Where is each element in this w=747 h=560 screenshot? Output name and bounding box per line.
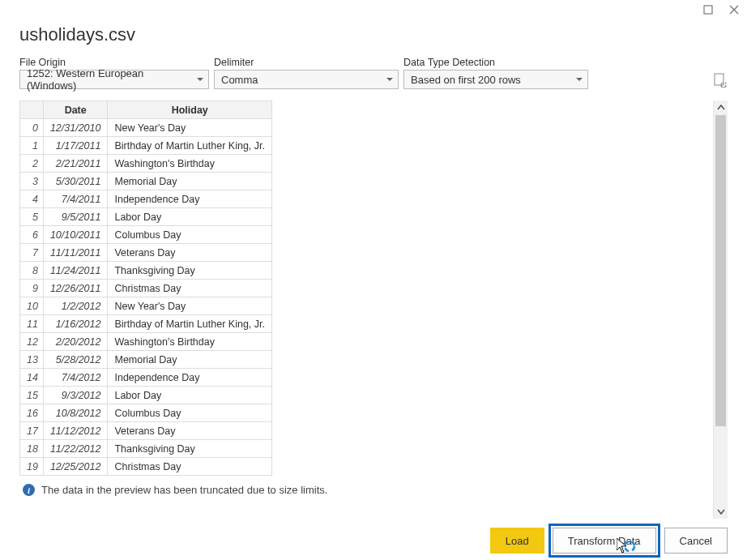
row-index: 9 — [20, 280, 44, 297]
file-origin-value: 1252: Western European (Windows) — [27, 67, 192, 92]
table-row[interactable]: 1610/8/2012Columbus Day — [20, 404, 272, 422]
row-index: 13 — [20, 351, 44, 369]
cell-date: 1/2/2012 — [43, 297, 108, 315]
table-row[interactable]: 111/16/2012Birthday of Martin Luther Kin… — [20, 315, 272, 333]
svg-rect-0 — [704, 6, 712, 14]
table-row[interactable]: 135/28/2012Memorial Day — [20, 351, 272, 369]
cell-date: 2/20/2012 — [43, 333, 108, 351]
row-index: 19 — [20, 458, 44, 476]
transform-data-label: Transform Data — [568, 535, 641, 547]
cell-holiday: Labor Day — [108, 208, 272, 226]
table-row[interactable]: 912/26/2011Christmas Day — [20, 280, 272, 297]
row-index: 16 — [20, 404, 44, 422]
transform-data-button[interactable]: Transform Data — [553, 528, 656, 554]
cell-date: 11/24/2011 — [43, 262, 108, 280]
page-title: usholidays.csv — [0, 19, 747, 57]
cell-date: 9/5/2011 — [43, 208, 108, 226]
refresh-icon[interactable] — [713, 73, 728, 88]
table-row[interactable]: 147/4/2012Independence Day — [20, 369, 272, 387]
row-index: 0 — [20, 119, 44, 137]
chevron-down-icon — [386, 78, 393, 81]
table-row[interactable]: 012/31/2010New Year's Day — [20, 119, 272, 137]
cell-holiday: Washington's Birthday — [108, 333, 272, 351]
cell-date: 5/28/2012 — [43, 351, 108, 369]
cell-date: 10/10/2011 — [43, 226, 108, 244]
table-row[interactable]: 1912/25/2012Christmas Day — [20, 458, 272, 476]
cell-date: 7/4/2011 — [43, 190, 108, 208]
cell-date: 1/16/2012 — [43, 315, 108, 333]
delimiter-value: Comma — [221, 74, 258, 86]
cell-date: 12/26/2011 — [43, 280, 108, 297]
table-row[interactable]: 11/17/2011Birthday of Martin Luther King… — [20, 137, 272, 155]
file-origin-select[interactable]: 1252: Western European (Windows) — [19, 70, 209, 89]
scroll-up-icon[interactable] — [714, 100, 728, 115]
cell-holiday: Memorial Day — [108, 351, 272, 369]
file-origin-label: File Origin — [19, 57, 209, 68]
maximize-icon[interactable] — [702, 3, 715, 16]
chevron-down-icon — [576, 78, 583, 81]
load-button[interactable]: Load — [490, 528, 544, 554]
cell-holiday: Washington's Birthday — [108, 155, 272, 173]
row-index: 6 — [20, 226, 44, 244]
row-index: 11 — [20, 315, 44, 333]
row-index: 15 — [20, 387, 44, 404]
column-header-date[interactable]: Date — [43, 101, 108, 119]
row-index: 18 — [20, 440, 44, 458]
cell-holiday: Memorial Day — [108, 173, 272, 190]
table-row[interactable]: 1811/22/2012Thanksgiving Day — [20, 440, 272, 458]
cell-holiday: New Year's Day — [108, 297, 272, 315]
table-row[interactable]: 59/5/2011Labor Day — [20, 208, 272, 226]
delimiter-label: Delimiter — [214, 57, 399, 68]
row-index: 5 — [20, 208, 44, 226]
info-icon: i — [23, 484, 35, 496]
row-index: 1 — [20, 137, 44, 155]
cell-date: 1/17/2011 — [43, 137, 108, 155]
cell-date: 10/8/2012 — [43, 404, 108, 422]
truncation-message: The data in the preview has been truncat… — [41, 484, 327, 496]
table-row[interactable]: 47/4/2011Independence Day — [20, 190, 272, 208]
detection-select[interactable]: Based on first 200 rows — [403, 70, 588, 89]
detection-label: Data Type Detection — [403, 57, 588, 68]
cell-holiday: Veterans Day — [108, 422, 272, 440]
row-index: 14 — [20, 369, 44, 387]
cell-date: 11/11/2011 — [43, 244, 108, 262]
table-corner — [20, 101, 44, 119]
cell-holiday: Christmas Day — [108, 458, 272, 476]
chevron-down-icon — [197, 78, 203, 81]
close-icon[interactable] — [728, 3, 741, 16]
table-row[interactable]: 159/3/2012Labor Day — [20, 387, 272, 404]
row-index: 3 — [20, 173, 44, 190]
table-row[interactable]: 811/24/2011Thanksgiving Day — [20, 262, 272, 280]
table-row[interactable]: 1711/12/2012Veterans Day — [20, 422, 272, 440]
cell-holiday: Birthday of Martin Luther King, Jr. — [108, 137, 272, 155]
cell-date: 2/21/2011 — [43, 155, 108, 173]
cell-date: 12/31/2010 — [43, 119, 108, 137]
table-row[interactable]: 101/2/2012New Year's Day — [20, 297, 272, 315]
cell-holiday: New Year's Day — [108, 119, 272, 137]
table-row[interactable]: 711/11/2011Veterans Day — [20, 244, 272, 262]
cell-date: 5/30/2011 — [43, 173, 108, 190]
cell-holiday: Independence Day — [108, 190, 272, 208]
table-row[interactable]: 35/30/2011Memorial Day — [20, 173, 272, 190]
column-header-holiday[interactable]: Holiday — [108, 101, 272, 119]
cell-holiday: Columbus Day — [108, 226, 272, 244]
delimiter-select[interactable]: Comma — [214, 70, 399, 89]
vertical-scrollbar[interactable] — [713, 100, 728, 519]
cell-date: 11/12/2012 — [43, 422, 108, 440]
row-index: 7 — [20, 244, 44, 262]
table-row[interactable]: 22/21/2011Washington's Birthday — [20, 155, 272, 173]
row-index: 17 — [20, 422, 44, 440]
scroll-thumb[interactable] — [715, 115, 726, 426]
preview-table: Date Holiday 012/31/2010New Year's Day11… — [19, 100, 272, 476]
scroll-track[interactable] — [714, 115, 728, 504]
cancel-button[interactable]: Cancel — [664, 528, 728, 554]
cell-date: 11/22/2012 — [43, 440, 108, 458]
cell-holiday: Labor Day — [108, 387, 272, 404]
cell-holiday: Columbus Day — [108, 404, 272, 422]
table-row[interactable]: 122/20/2012Washington's Birthday — [20, 333, 272, 351]
cell-holiday: Christmas Day — [108, 280, 272, 297]
row-index: 2 — [20, 155, 44, 173]
table-row[interactable]: 610/10/2011Columbus Day — [20, 226, 272, 244]
scroll-down-icon[interactable] — [714, 504, 728, 519]
cell-date: 7/4/2012 — [43, 369, 108, 387]
